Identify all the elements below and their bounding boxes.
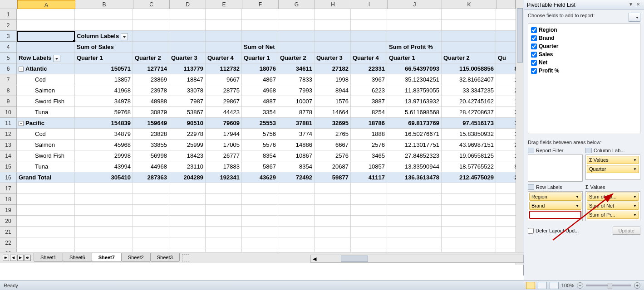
row-header-9[interactable]: 9 [0,96,17,107]
row-header-11[interactable]: 11 [0,118,17,129]
data-cell[interactable]: 20.42745162 [442,96,496,107]
data-cell[interactable]: 32.81662407 [442,74,496,85]
quarter-header[interactable]: Quarter 3 [169,53,206,63]
data-cell[interactable]: 33855 [133,140,169,150]
quarter-header[interactable]: Quarter 2 [278,53,315,63]
quarter-header[interactable]: Quarter 1 [75,53,133,63]
field-checkbox[interactable] [531,27,537,33]
cell[interactable] [75,227,133,237]
field-chip[interactable]: Σ Values▼ [587,156,639,164]
sheet-tab-sheet6[interactable]: Sheet6 [63,253,92,262]
data-cell[interactable]: 53867 [169,107,206,118]
cell[interactable] [242,216,278,227]
data-cell[interactable]: 56998 [133,150,169,161]
region-total[interactable]: 154839 [75,118,133,129]
quarter-header[interactable]: Quarter 1 [242,53,278,63]
cell[interactable] [133,9,169,20]
cell[interactable] [17,9,75,20]
cell[interactable] [351,183,387,194]
region-total[interactable]: 159649 [133,118,169,129]
cell[interactable] [278,205,315,216]
data-cell[interactable]: 59768 [75,107,133,118]
cell[interactable] [278,183,315,194]
cell[interactable] [206,31,242,42]
data-cell[interactable]: 27.84852323 [387,150,442,161]
data-cell[interactable]: 4968 [242,85,278,96]
brand-row[interactable]: Salmon [17,85,75,96]
row-header-4[interactable]: 4 [0,42,17,53]
data-cell[interactable]: 45968 [75,140,133,150]
data-cell[interactable]: 11.83759055 [387,85,442,96]
data-cell[interactable]: 43994 [75,161,133,172]
data-cell[interactable]: 44423 [206,107,242,118]
data-cell[interactable]: 18847 [169,74,206,85]
data-cell[interactable]: 12.13017751 [387,140,442,150]
data-cell[interactable]: 28.42708637 [442,107,496,118]
region-total[interactable]: 66.54397093 [387,63,442,74]
cell[interactable] [351,20,387,31]
cell[interactable] [206,205,242,216]
row-header-6[interactable]: 6 [0,63,17,74]
cell[interactable] [17,42,75,53]
horizontal-scrollbar[interactable]: ◀ [310,255,524,263]
grand-total-cell[interactable]: 305410 [75,172,133,183]
region-total[interactable]: 18076 [242,63,278,74]
data-cell[interactable]: 13857 [75,74,133,85]
field-quarter[interactable]: Quarter [530,42,638,50]
cell[interactable] [315,42,351,53]
cell[interactable] [133,227,169,237]
data-cell[interactable]: 20687 [315,161,351,172]
cell[interactable] [242,9,278,20]
grand-total-cell[interactable]: 136.3613478 [387,172,442,183]
row-labels-header[interactable]: Row Labels [17,53,75,63]
cell[interactable] [442,237,496,248]
cell[interactable] [242,183,278,194]
quarter-header[interactable]: Quarter 3 [315,53,351,63]
column-labels-dropdown[interactable] [121,33,128,40]
region-total[interactable]: 69.8173769 [387,118,442,129]
grand-total-cell[interactable]: 72492 [278,172,315,183]
data-cell[interactable]: 14886 [278,140,315,150]
quarter-header[interactable]: Quarter 4 [351,53,387,63]
page-break-view-button[interactable] [550,282,559,289]
data-cell[interactable]: 33.3347235 [442,85,496,96]
cell[interactable] [387,194,442,205]
brand-row[interactable]: Tuna [17,107,75,118]
data-cell[interactable]: 3774 [278,129,315,140]
cell[interactable] [278,31,315,42]
cell[interactable] [206,183,242,194]
data-cell[interactable]: 1576 [315,96,351,107]
region-total[interactable]: 112732 [206,63,242,74]
data-cell[interactable]: 6667 [315,140,351,150]
grand-total-cell[interactable]: 41117 [351,172,387,183]
field-chip[interactable]: Sum of Sa...▼ [587,193,639,201]
data-cell[interactable]: 6223 [351,85,387,96]
data-cell[interactable]: 41968 [75,85,133,96]
region-total[interactable]: 115.0058856 [442,63,496,74]
brand-row[interactable]: Cod [17,74,75,85]
cell[interactable] [351,9,387,20]
row-header-13[interactable]: 13 [0,140,17,150]
pane-title-bar[interactable]: PivotTable Field List ▼ ✕ [524,0,644,10]
data-cell[interactable]: 43.96987151 [442,140,496,150]
cell[interactable] [242,205,278,216]
cell[interactable] [351,42,387,53]
row-labels-dropdown[interactable] [53,55,60,62]
data-cell[interactable]: 2765 [315,129,351,140]
cell[interactable] [206,237,242,248]
region-total[interactable]: 27182 [315,63,351,74]
region-total[interactable]: 25553 [242,118,278,129]
cell[interactable] [278,20,315,31]
data-cell[interactable]: 23828 [133,129,169,140]
cell[interactable] [133,42,169,53]
zoom-percent[interactable]: 100% [561,283,574,288]
data-cell[interactable]: 3887 [351,96,387,107]
data-cell[interactable]: 18.57765522 [442,161,496,172]
row-header-17[interactable]: 17 [0,183,17,194]
cell[interactable] [17,183,75,194]
zoom-slider[interactable] [586,285,631,286]
data-cell[interactable]: 28775 [206,85,242,96]
data-cell[interactable]: 23110 [169,161,206,172]
data-cell[interactable]: 30879 [133,107,169,118]
cell[interactable] [442,31,496,42]
